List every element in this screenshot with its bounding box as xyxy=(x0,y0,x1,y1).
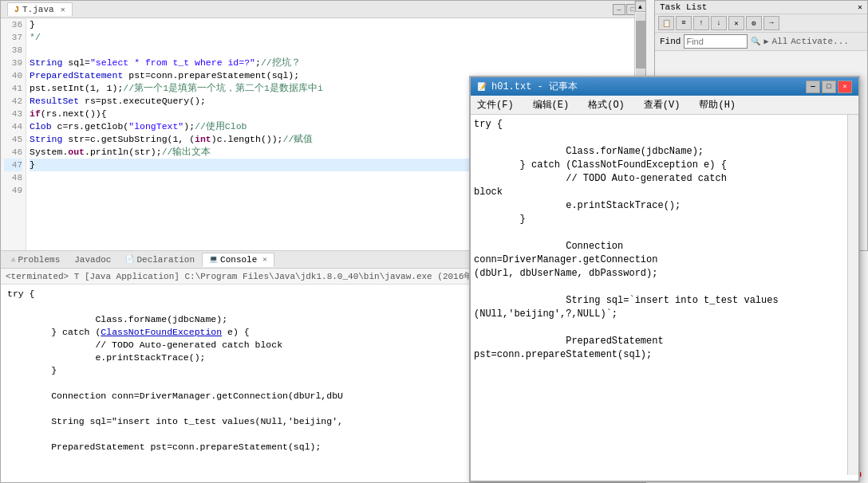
menu-view[interactable]: 查看(V) xyxy=(641,97,684,112)
task-toolbar: 📋 ≡ ↑ ↓ ✕ ⚙ → xyxy=(655,14,867,33)
tab-declaration[interactable]: 📄 Declaration xyxy=(118,253,202,267)
task-btn-6[interactable]: ⚙ xyxy=(746,16,762,30)
code-line: String sql="select * from t_t where id=?… xyxy=(30,57,642,69)
editor-tab-label: T.java xyxy=(22,5,54,14)
tab-javadoc[interactable]: Javadoc xyxy=(67,253,118,267)
task-btn-7[interactable]: → xyxy=(763,16,779,30)
notepad-window: 📝 h01.txt - 记事本 — □ ✕ 文件(F) 编辑(E) 格式(O) … xyxy=(469,76,860,482)
notepad-maximize-btn[interactable]: □ xyxy=(822,80,836,93)
line-num: 44 xyxy=(4,120,22,133)
task-btn-3[interactable]: ↑ xyxy=(693,16,709,30)
notepad-title-bar: 📝 h01.txt - 记事本 — □ ✕ xyxy=(471,77,858,96)
console-icon: 💻 xyxy=(209,255,218,264)
notepad-line: try { xyxy=(474,118,855,132)
menu-help[interactable]: 帮助(H) xyxy=(696,97,739,112)
activate-link[interactable]: Activate... xyxy=(791,37,849,46)
task-panel-close-icon[interactable]: ✕ xyxy=(858,2,862,12)
notepad-line: // TODO Auto-generated catch xyxy=(474,172,855,186)
notepad-line: conn=DriverManager.getConnection xyxy=(474,253,855,267)
task-panel-title: Task List ✕ xyxy=(655,1,867,14)
notepad-app-icon: 📝 xyxy=(477,82,487,92)
notepad-scrollbar-v[interactable] xyxy=(847,115,858,475)
all-link[interactable]: All xyxy=(771,37,787,46)
menu-format[interactable]: 格式(O) xyxy=(585,97,628,112)
task-btn-new[interactable]: 📋 xyxy=(658,16,674,30)
editor-minimize-btn[interactable]: — xyxy=(613,4,625,15)
line-num: 41 xyxy=(4,82,22,95)
tab-console[interactable]: 💻 Console ✕ xyxy=(202,253,274,267)
task-btn-2[interactable]: ≡ xyxy=(676,16,692,30)
task-search-bar: Find 🔍 ▶ All Activate... xyxy=(655,33,867,51)
scroll-v-thumb[interactable] xyxy=(636,21,645,69)
tab-console-close[interactable]: ✕ xyxy=(262,255,266,264)
code-line: } xyxy=(30,18,642,31)
search-label: Find xyxy=(660,37,681,46)
declaration-icon: 📄 xyxy=(125,255,134,264)
line-num: 49 xyxy=(4,184,22,197)
notepad-line: } xyxy=(474,213,855,226)
line-num: 40 xyxy=(4,69,22,82)
main-window: J T.java ✕ — □ 36 37 38 39 40 41 42 43 4… xyxy=(0,0,868,483)
notepad-line: Class.forName(jdbcName); xyxy=(474,145,855,159)
notepad-line: pst=conn.prepareStatement(sql); xyxy=(474,348,855,362)
editor-tab-active[interactable]: J T.java ✕ xyxy=(7,2,73,16)
notepad-line: String sql=`insert into t_test values xyxy=(474,294,855,308)
notepad-win-controls: — □ ✕ xyxy=(806,80,852,93)
line-num: 45 xyxy=(4,133,22,146)
line-num: 36 xyxy=(4,18,22,31)
line-num: 48 xyxy=(4,171,22,184)
task-links: All Activate... xyxy=(771,37,848,46)
line-num: 38 xyxy=(4,44,22,57)
code-line xyxy=(30,44,642,57)
notepad-line xyxy=(474,226,855,240)
notepad-line: (dbUrl, dbUserName, dbPassword); xyxy=(474,267,855,281)
line-num: 39 xyxy=(4,57,22,69)
task-btn-5[interactable]: ✕ xyxy=(728,16,744,30)
line-num: 46 xyxy=(4,146,22,159)
tab-problems[interactable]: ⚠ Problems xyxy=(4,253,67,267)
notepad-menu: 文件(F) 编辑(E) 格式(O) 查看(V) 帮助(H) xyxy=(471,96,858,115)
notepad-line: block xyxy=(474,186,855,199)
notepad-line: PreparedStatement xyxy=(474,335,855,348)
task-search-input[interactable] xyxy=(684,34,748,49)
notepad-line xyxy=(474,321,855,335)
notepad-line: (NUll,'beijing',?,NULL)`; xyxy=(474,308,855,321)
notepad-title-text: 📝 h01.txt - 记事本 xyxy=(477,80,578,93)
notepad-line: e.printStackTrace(); xyxy=(474,199,855,213)
search-arrow[interactable]: ▶ xyxy=(763,37,768,46)
line-num: 37 xyxy=(4,31,22,44)
menu-file[interactable]: 文件(F) xyxy=(474,97,517,112)
menu-edit[interactable]: 编辑(E) xyxy=(530,97,573,112)
notepad-line: Connection xyxy=(474,240,855,253)
java-file-icon: J xyxy=(14,6,19,14)
editor-tab-close[interactable]: ✕ xyxy=(61,5,65,14)
notepad-line xyxy=(474,132,855,145)
notepad-close-btn[interactable]: ✕ xyxy=(838,80,852,93)
problems-icon: ⚠ xyxy=(11,255,15,264)
line-num: 42 xyxy=(4,95,22,108)
scroll-up-arrow[interactable]: ▲ xyxy=(635,1,646,12)
notepad-line xyxy=(474,281,855,294)
line-num: 43 xyxy=(4,108,22,120)
line-numbers: 36 37 38 39 40 41 42 43 44 45 46 47 48 4… xyxy=(1,18,26,250)
task-body xyxy=(655,51,867,57)
notepad-line: } catch (ClassNotFoundException e) { xyxy=(474,159,855,172)
task-btn-4[interactable]: ↓ xyxy=(711,16,727,30)
search-icon[interactable]: 🔍 xyxy=(751,37,760,46)
notepad-body[interactable]: try { Class.forName(jdbcName); } catch (… xyxy=(471,115,858,475)
notepad-minimize-btn[interactable]: — xyxy=(806,80,820,93)
line-num: 47 xyxy=(4,159,22,171)
code-line: */ xyxy=(30,31,642,44)
editor-title-bar: J T.java ✕ — □ xyxy=(1,1,645,18)
